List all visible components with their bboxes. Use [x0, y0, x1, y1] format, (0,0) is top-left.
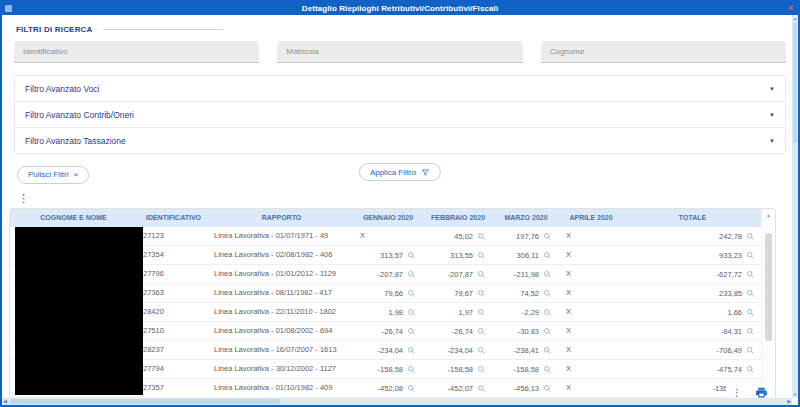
magnifier-icon[interactable]	[746, 232, 755, 241]
rapporto-cell: Linea Lavorativa - 01/10/1982 - 409	[210, 379, 353, 397]
magnifier-icon[interactable]	[746, 251, 755, 260]
magnifier-icon[interactable]	[407, 346, 416, 355]
magnifier-icon[interactable]	[543, 251, 552, 260]
amount: 242,78	[719, 228, 742, 245]
month-value: -475,74	[623, 360, 762, 378]
close-icon[interactable]: ×	[73, 170, 78, 179]
scrollbar-thumb[interactable]	[765, 233, 772, 341]
scroll-left-icon[interactable]: ◀	[3, 398, 7, 405]
rapporto-cell: Linea Lavorativa - 22/11/2010 - 1802	[210, 303, 353, 321]
month-value: 79,67	[423, 284, 493, 302]
magnifier-icon[interactable]	[543, 232, 552, 241]
amount: -706,49	[717, 342, 742, 359]
month-value: -84,31	[623, 322, 762, 340]
magnifier-icon[interactable]	[543, 327, 552, 336]
magnifier-icon[interactable]	[477, 327, 486, 336]
magnifier-icon[interactable]	[543, 346, 552, 355]
accordion-filtro-contrib-oneri[interactable]: Filtro Avanzato Contrib/Oneri ▼	[15, 102, 785, 128]
month-value: -158,58	[423, 360, 493, 378]
identificativo-input[interactable]	[14, 41, 259, 63]
magnifier-icon[interactable]	[543, 270, 552, 279]
magnifier-icon[interactable]	[407, 384, 416, 393]
apply-filter-chip[interactable]: Applica Filtro	[359, 163, 441, 181]
magnifier-icon[interactable]	[407, 251, 416, 260]
column-header-cognome[interactable]: COGNOME E NOME	[10, 209, 137, 227]
amount: 79,67	[454, 285, 473, 302]
month-value: X	[559, 360, 623, 378]
apply-filter-label: Applica Filtro	[370, 168, 416, 177]
magnifier-icon[interactable]	[477, 308, 486, 317]
identificativo-cell: 28237	[137, 341, 210, 359]
magnifier-icon[interactable]	[407, 289, 416, 298]
month-value: X	[353, 227, 423, 245]
amount: -26,74	[452, 323, 473, 340]
magnifier-icon[interactable]	[746, 327, 755, 336]
magnifier-icon[interactable]	[746, 365, 755, 374]
grid-scrollbar[interactable]: ▲ ▼	[761, 209, 775, 401]
column-header-marzo[interactable]: MARZO 2020	[493, 209, 559, 227]
magnifier-icon[interactable]	[477, 346, 486, 355]
column-header-identificativo[interactable]: IDENTIFICATIVO	[137, 209, 210, 227]
more-options-icon[interactable]: ⋮	[18, 193, 28, 204]
amount: -452,08	[378, 380, 403, 397]
magnifier-icon[interactable]	[543, 384, 552, 393]
clear-filters-chip[interactable]: Pulisci Filtri ×	[17, 166, 89, 184]
rapporto-cell: Linea Lavorativa - 01/07/1971 - 49	[210, 227, 353, 245]
column-header-aprile[interactable]: APRILE 2020	[559, 209, 623, 227]
grid-more-options-icon[interactable]: ⋮	[732, 387, 742, 399]
scroll-up-icon[interactable]: ▲	[762, 212, 775, 218]
month-value: -234,04	[423, 341, 493, 359]
magnifier-icon[interactable]	[407, 270, 416, 279]
amount: -207,87	[448, 266, 473, 283]
magnifier-icon[interactable]	[477, 270, 486, 279]
hscroll-thumb[interactable]	[10, 399, 280, 404]
horizontal-scrollbar[interactable]: ◀ ▶	[2, 398, 792, 405]
month-value: 242,78	[623, 227, 762, 245]
amount: -84,31	[721, 323, 742, 340]
magnifier-icon[interactable]	[746, 270, 755, 279]
column-header-febbraio[interactable]: FEBBRAIO 2020	[423, 209, 493, 227]
identificativo-cell: 27357	[137, 379, 210, 397]
vscroll-thumb[interactable]	[793, 23, 797, 143]
identificativo-cell: 27796	[137, 265, 210, 283]
column-header-rapporto[interactable]: RAPPORTO	[210, 209, 353, 227]
accordion-filtro-tassazione[interactable]: Filtro Avanzato Tassazione ▼	[15, 128, 785, 153]
clear-filters-label: Pulisci Filtri	[28, 170, 68, 179]
accordion-filtro-voci[interactable]: Filtro Avanzato Voci ▼	[15, 76, 785, 102]
matricola-input[interactable]	[277, 41, 522, 63]
magnifier-icon[interactable]	[407, 365, 416, 374]
column-header-gennaio[interactable]: GENNAIO 2020	[353, 209, 423, 227]
magnifier-icon[interactable]	[543, 289, 552, 298]
column-header-totale[interactable]: TOTALE	[623, 209, 762, 227]
magnifier-icon[interactable]	[407, 308, 416, 317]
amount: -475,74	[717, 361, 742, 378]
window-vertical-scrollbar[interactable]: ▲ ▼	[792, 15, 798, 398]
close-icon[interactable]: ×	[788, 2, 793, 15]
month-value: 1,98	[353, 303, 423, 321]
title-bar[interactable]: Dettaglio Riepiloghi Retributivi/Contrib…	[2, 2, 798, 15]
cognome-input[interactable]	[541, 41, 786, 63]
magnifier-icon[interactable]	[746, 308, 755, 317]
accordion-label: Filtro Avanzato Voci	[25, 84, 100, 94]
month-value: -452,07	[423, 379, 493, 397]
month-value: X	[559, 246, 623, 264]
magnifier-icon[interactable]	[477, 232, 486, 241]
amount: 306,11	[517, 247, 539, 264]
amount: -30,83	[518, 323, 539, 340]
magnifier-icon[interactable]	[477, 384, 486, 393]
scroll-right-icon[interactable]: ▶	[787, 398, 791, 405]
magnifier-icon[interactable]	[746, 289, 755, 298]
magnifier-icon[interactable]	[746, 346, 755, 355]
scroll-up-icon[interactable]: ▲	[792, 16, 798, 21]
scroll-down-icon[interactable]: ▼	[792, 392, 798, 397]
rapporto-cell: Linea Lavorativa - 30/12/2002 - 1127	[210, 360, 353, 378]
magnifier-icon[interactable]	[543, 365, 552, 374]
magnifier-icon[interactable]	[477, 251, 486, 260]
magnifier-icon[interactable]	[543, 308, 552, 317]
identificativo-cell: 27354	[137, 246, 210, 264]
magnifier-icon[interactable]	[477, 365, 486, 374]
accordion-label: Filtro Avanzato Contrib/Oneri	[25, 110, 134, 120]
magnifier-icon[interactable]	[477, 289, 486, 298]
magnifier-icon[interactable]	[407, 327, 416, 336]
month-value: -211,98	[493, 265, 559, 283]
